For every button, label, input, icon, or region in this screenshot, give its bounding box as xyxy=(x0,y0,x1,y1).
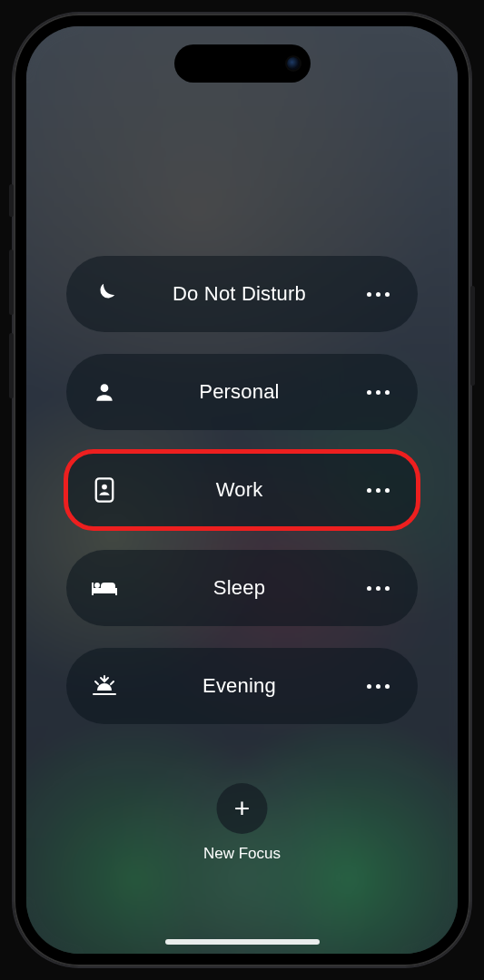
focus-item-work[interactable]: Work xyxy=(66,452,418,528)
mute-switch[interactable] xyxy=(9,184,14,217)
focus-item-evening[interactable]: Evening xyxy=(66,648,418,724)
svg-point-2 xyxy=(102,485,107,490)
volume-down-button[interactable] xyxy=(9,333,14,398)
more-icon[interactable] xyxy=(354,292,418,297)
focus-label: Do Not Disturb xyxy=(143,282,354,306)
focus-label: Personal xyxy=(143,380,354,404)
bed-icon xyxy=(66,577,143,599)
focus-label: Sleep xyxy=(143,576,354,600)
more-icon[interactable] xyxy=(354,390,418,395)
focus-label: Work xyxy=(143,478,354,502)
plus-icon: + xyxy=(217,783,268,834)
screen: Do Not Disturb Personal xyxy=(26,26,458,954)
sunset-icon xyxy=(66,674,143,698)
svg-point-0 xyxy=(101,384,109,392)
svg-line-9 xyxy=(95,681,98,684)
dynamic-island xyxy=(174,44,311,83)
focus-list: Do Not Disturb Personal xyxy=(66,256,418,724)
focus-item-do-not-disturb[interactable]: Do Not Disturb xyxy=(66,256,418,332)
more-icon[interactable] xyxy=(354,488,418,493)
power-button[interactable] xyxy=(470,286,475,386)
focus-item-sleep[interactable]: Sleep xyxy=(66,550,418,626)
more-icon[interactable] xyxy=(354,684,418,689)
phone-frame: Do Not Disturb Personal xyxy=(14,14,470,966)
more-icon[interactable] xyxy=(354,586,418,591)
svg-rect-4 xyxy=(92,583,94,595)
home-indicator[interactable] xyxy=(165,939,320,945)
new-focus-label: New Focus xyxy=(203,845,281,863)
svg-rect-3 xyxy=(92,588,117,593)
person-icon xyxy=(66,380,143,404)
new-focus-button[interactable]: + New Focus xyxy=(203,783,281,863)
focus-item-personal[interactable]: Personal xyxy=(66,354,418,430)
focus-label: Evening xyxy=(143,674,354,698)
svg-point-6 xyxy=(94,583,100,588)
front-camera xyxy=(287,57,300,70)
svg-rect-1 xyxy=(96,478,113,501)
volume-up-button[interactable] xyxy=(9,250,14,315)
svg-rect-5 xyxy=(115,588,117,595)
badge-icon xyxy=(66,476,143,504)
moon-icon xyxy=(66,280,143,308)
svg-line-10 xyxy=(111,681,114,684)
